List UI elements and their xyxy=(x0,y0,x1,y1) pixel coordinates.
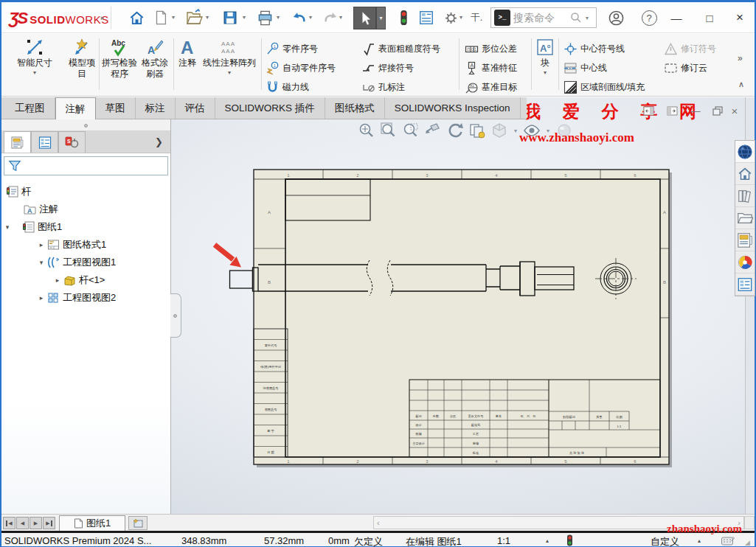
geometric-tolerance-button[interactable]: ⊡0.1 形位公差 xyxy=(465,40,517,58)
first-sheet-button[interactable]: ◀ xyxy=(3,517,15,529)
previous-pane-button[interactable] xyxy=(640,104,656,117)
design-library-home-tab[interactable] xyxy=(735,163,755,185)
datum-feature-button[interactable]: A 基准特征 xyxy=(465,59,517,77)
tab-sheet-format[interactable]: 图纸格式 xyxy=(325,97,385,119)
tab-addins[interactable]: SOLIDWORKS 插件 xyxy=(215,97,325,119)
expand-caret-icon[interactable]: ▸ xyxy=(37,294,46,302)
block-button[interactable]: A° 块 ▾ xyxy=(533,35,557,94)
zoom-to-area-button[interactable] xyxy=(401,121,420,140)
minimize-window-button[interactable]: — xyxy=(665,7,687,29)
search-input[interactable] xyxy=(513,12,569,24)
maximize-window-button[interactable]: □ xyxy=(698,7,721,29)
undo-button[interactable] xyxy=(289,8,308,27)
next-pane-button[interactable] xyxy=(664,104,680,117)
logo-flyout-arrow[interactable]: ▸ xyxy=(97,8,108,27)
appearances-tab[interactable] xyxy=(735,251,755,274)
redo-caret[interactable]: ▾ xyxy=(339,14,342,21)
search-caret[interactable]: ▾ xyxy=(583,15,592,21)
account-button[interactable] xyxy=(606,8,625,27)
ribbon-overflow-button[interactable]: » xyxy=(738,53,743,63)
resources-tab[interactable] xyxy=(735,141,755,163)
datum-target-button[interactable]: A1 基准目标 xyxy=(465,78,517,96)
tree-drawing-view2-item[interactable]: ▸ 工程图视图2 xyxy=(37,289,116,307)
new-document-button[interactable] xyxy=(151,8,170,27)
expand-caret-icon[interactable]: ▸ xyxy=(53,276,62,284)
tab-feature-manager[interactable] xyxy=(4,131,31,153)
tree-sheet-format1-item[interactable]: ▸ 图纸格式1 xyxy=(37,236,106,254)
collapse-caret-icon[interactable]: ▾ xyxy=(37,259,46,266)
balloon-button[interactable]: 1 零件序号 xyxy=(266,40,318,58)
tree-part1-item[interactable]: ▸ 杆<1> xyxy=(53,271,105,289)
restore-document-button[interactable] xyxy=(710,104,726,117)
surface-finish-button[interactable]: 表面粗糙度符号 xyxy=(361,40,440,58)
sheet1-tab[interactable]: 图纸1 xyxy=(59,515,125,531)
magnetic-line-button[interactable]: 磁力线 xyxy=(266,78,309,96)
area-hatch-button[interactable]: 区域剖面线/填充 xyxy=(563,78,645,96)
next-sheet-button[interactable]: ▶ xyxy=(30,517,42,529)
view-palette-tab[interactable] xyxy=(735,229,755,251)
panel-collapse-handle[interactable] xyxy=(170,293,181,338)
undo-caret[interactable]: ▾ xyxy=(309,14,312,21)
hole-callout-button[interactable]: 孔标注 xyxy=(361,78,405,96)
redraw-button[interactable] xyxy=(445,121,465,140)
note-button[interactable]: A 注释 xyxy=(176,35,199,94)
tab-evaluate[interactable]: 评估 xyxy=(176,97,215,119)
save-button[interactable] xyxy=(221,8,240,27)
previous-sheet-button[interactable]: ◀ xyxy=(16,517,29,529)
tags-icon[interactable] xyxy=(721,536,735,546)
print-button[interactable] xyxy=(255,8,274,27)
center-mark-button[interactable]: 中心符号线 xyxy=(563,40,625,58)
tab-annotation[interactable]: 注解 xyxy=(55,97,96,119)
status-units[interactable]: 自定义 xyxy=(651,535,679,547)
tree-annotations-item[interactable]: A 注解 xyxy=(22,201,58,218)
tree-drawing-view1-item[interactable]: ▾ 工程图视图1 xyxy=(37,254,116,271)
file-explorer-tab[interactable] xyxy=(735,207,755,229)
zoom-to-sheet-button[interactable] xyxy=(379,121,398,140)
scroll-left-arrow[interactable]: ‹ xyxy=(377,518,380,527)
select-tool-caret[interactable]: ▾ xyxy=(376,7,386,29)
custom-properties-tab[interactable] xyxy=(735,274,755,296)
expand-caret-icon[interactable]: ▸ xyxy=(37,241,46,248)
tab-configurations[interactable]: S xyxy=(58,131,86,153)
display-style-caret[interactable]: ▾ xyxy=(512,128,519,134)
zoom-to-fit-button[interactable] xyxy=(357,121,376,140)
options-caret[interactable]: ▾ xyxy=(460,14,462,21)
tree-filter[interactable] xyxy=(4,156,168,175)
design-library-tab[interactable] xyxy=(735,185,755,207)
panel-splitter[interactable] xyxy=(1,119,170,131)
tab-sketch[interactable]: 草图 xyxy=(96,97,136,119)
command-manager-button[interactable] xyxy=(417,8,436,27)
redo-button[interactable] xyxy=(321,8,340,27)
close-window-button[interactable]: × xyxy=(729,7,751,29)
close-document-button[interactable]: × xyxy=(726,104,743,117)
tab-markup[interactable]: 标注 xyxy=(136,97,176,119)
previous-view-button[interactable] xyxy=(423,121,443,140)
status-sheet-scale[interactable]: 1:1 xyxy=(497,535,510,546)
ribbon-collapse-button[interactable]: ∧ xyxy=(738,80,744,89)
new-document-caret[interactable]: ▾ xyxy=(172,14,175,21)
spell-checker-button[interactable]: Abc 拼写检验程序 xyxy=(101,35,138,94)
block-caret[interactable]: ▾ xyxy=(533,69,557,76)
tab-drawing[interactable]: 工程图 xyxy=(5,97,55,119)
tools-button[interactable]: 干. xyxy=(468,8,485,27)
units-caret[interactable]: ▴ xyxy=(698,537,701,544)
minimize-document-button[interactable]: — xyxy=(687,104,704,117)
smart-dimension-button[interactable]: 智能尺寸 ▾ xyxy=(3,35,66,94)
tree-root-item[interactable]: 杆 xyxy=(4,183,31,201)
print-caret[interactable]: ▾ xyxy=(277,14,280,21)
auto-balloon-button[interactable]: 1 自动零件序号 xyxy=(266,59,336,77)
help-button[interactable]: ? xyxy=(639,8,659,27)
weld-symbol-button[interactable]: 焊接符号 xyxy=(361,59,414,77)
display-style-button[interactable] xyxy=(490,121,509,140)
select-tool-button[interactable] xyxy=(353,7,376,29)
centerline-button[interactable]: 中心线 xyxy=(563,59,607,77)
collapse-caret-icon[interactable]: ▾ xyxy=(3,223,12,231)
graphics-area[interactable]: 1 2 3 4 5 6 1 2 3 4 5 6 A A B xyxy=(171,97,745,514)
revision-symbol-button[interactable]: 修订符号 xyxy=(664,40,716,58)
open-button[interactable] xyxy=(184,8,204,27)
rebuild-light-button[interactable] xyxy=(394,8,413,27)
options-button[interactable] xyxy=(441,8,460,27)
search-magnifier-icon[interactable] xyxy=(569,11,583,24)
revision-cloud-button[interactable]: 修订云 xyxy=(664,59,707,77)
tab-property-manager[interactable] xyxy=(31,131,58,153)
